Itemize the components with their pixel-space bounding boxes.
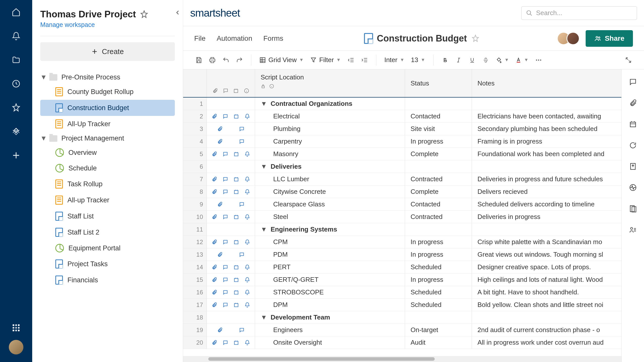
table-row[interactable]: 19EngineersOn-target2nd audit of current… [183, 324, 621, 336]
table-row[interactable]: 17DPMScheduledBold yellow. Clean shots a… [183, 299, 621, 311]
row-indicator-icon[interactable] [245, 277, 250, 283]
sidebar-item-financials[interactable]: Financials [40, 272, 175, 288]
cell-status[interactable]: Contacted [405, 198, 472, 210]
table-row[interactable]: 14PERTScheduledDesigner creative space. … [183, 261, 621, 274]
cell-status[interactable]: In progress [405, 274, 472, 286]
underline-icon[interactable] [467, 55, 478, 66]
collapse-caret-icon[interactable]: ▼ [261, 100, 267, 108]
cell-notes[interactable]: Great views out windows. Tough morning s… [472, 248, 621, 261]
table-row[interactable]: 13PDMIn progressGreat views out windows.… [183, 248, 621, 261]
expand-icon[interactable] [623, 55, 634, 66]
cell-status[interactable]: Complete [405, 148, 472, 160]
menu-file[interactable]: File [194, 34, 206, 42]
row-indicator-icon[interactable] [233, 302, 239, 308]
cell-primary[interactable]: Electrical [255, 110, 405, 122]
resource-management-icon[interactable] [628, 225, 638, 235]
sidebar-item-all-up-tracker[interactable]: All-Up Tracker [40, 116, 175, 132]
cell-notes[interactable]: Framing is in progress [472, 135, 621, 148]
row-indicator-icon[interactable] [233, 277, 239, 283]
row-indicator-icon[interactable] [212, 264, 217, 270]
cell-primary[interactable]: Steel [255, 211, 405, 223]
table-row[interactable]: 3PlumbingSite visitSecondary plumbing ha… [183, 123, 621, 135]
row-number[interactable]: 16 [183, 286, 207, 298]
star-icon[interactable] [471, 34, 479, 42]
indent-icon[interactable] [359, 55, 370, 66]
row-indicator-icon[interactable] [245, 151, 250, 157]
row-indicator-icon[interactable] [223, 176, 228, 182]
row-indicator-icon[interactable] [245, 176, 250, 182]
cell-primary[interactable]: DPM [255, 299, 405, 311]
more-icon[interactable] [533, 55, 544, 66]
row-number[interactable]: 2 [183, 110, 207, 122]
row-indicator-icon[interactable] [217, 252, 223, 257]
row-indicator-icon[interactable] [223, 264, 228, 270]
row-indicator-icon[interactable] [245, 214, 250, 220]
row-indicator-icon[interactable] [217, 126, 223, 132]
conversations-icon[interactable] [628, 77, 638, 87]
row-indicator-icon[interactable] [233, 189, 239, 195]
cell-status[interactable]: Scheduled [405, 261, 472, 273]
cell-primary[interactable]: CPM [255, 236, 405, 248]
row-indicator-icon[interactable] [245, 114, 250, 119]
view-switcher[interactable]: Grid View▼ [257, 56, 306, 64]
folder-pre-onsite[interactable]: ▼ Pre-Onsite Process [40, 71, 175, 84]
row-indicator-icon[interactable] [233, 340, 239, 345]
collapse-caret-icon[interactable]: ▼ [261, 163, 267, 170]
collapse-caret-icon[interactable]: ▼ [261, 313, 267, 321]
cell-notes[interactable]: Deliveries in progress and future schedu… [472, 173, 621, 185]
update-requests-icon[interactable] [628, 140, 638, 150]
row-number[interactable]: 7 [183, 173, 207, 185]
cell-notes[interactable]: High ceilings and lots of natural light.… [472, 274, 621, 286]
row-number[interactable]: 9 [183, 198, 207, 210]
summary-icon[interactable] [628, 204, 638, 214]
share-button[interactable]: Share [586, 30, 633, 47]
row-indicator-icon[interactable] [223, 302, 228, 308]
row-number[interactable]: 18 [183, 311, 207, 324]
star-icon[interactable] [140, 10, 148, 19]
fill-color-icon[interactable]: ▼ [494, 57, 511, 63]
cell-status[interactable] [405, 160, 472, 173]
cell-primary[interactable]: ▼Development Team [255, 311, 405, 324]
row-indicator-icon[interactable] [223, 151, 228, 157]
row-indicator-icon[interactable] [217, 202, 223, 207]
sidebar-item-task-rollup[interactable]: Task Rollup [40, 176, 175, 192]
cell-status[interactable]: On-target [405, 324, 472, 336]
solutions-icon[interactable] [12, 323, 21, 332]
sidebar-item-allup-tracker-2[interactable]: All-up Tracker [40, 192, 175, 208]
outdent-icon[interactable] [345, 55, 356, 66]
publish-icon[interactable] [628, 161, 638, 171]
row-indicator-icon[interactable] [233, 239, 239, 245]
redo-icon[interactable] [234, 55, 245, 66]
browse-icon[interactable] [11, 55, 21, 65]
notifications-icon[interactable] [11, 31, 21, 41]
row-indicator-icon[interactable] [233, 290, 239, 295]
row-indicator-icon[interactable] [239, 252, 245, 257]
row-number[interactable]: 4 [183, 135, 207, 148]
table-row[interactable]: 16STROBOSCOPEScheduledA bit tight. Have … [183, 286, 621, 299]
column-header-notes[interactable]: Notes [477, 79, 495, 87]
row-indicator-icon[interactable] [245, 189, 250, 195]
row-indicator-icon[interactable] [233, 176, 239, 182]
cell-notes[interactable]: Deliveries in progress [472, 211, 621, 223]
collaborator-avatars[interactable] [560, 32, 580, 45]
text-color-icon[interactable]: ▼ [513, 57, 531, 63]
row-number[interactable]: 5 [183, 148, 207, 160]
workapps-icon[interactable] [11, 126, 21, 137]
row-indicator-icon[interactable] [212, 277, 217, 283]
row-indicator-icon[interactable] [223, 277, 228, 283]
cell-status[interactable] [405, 223, 472, 236]
cell-status[interactable] [405, 98, 472, 110]
save-icon[interactable] [193, 55, 204, 66]
column-header-primary[interactable]: Script Location [261, 73, 399, 81]
cell-notes[interactable]: All in progress work under cost overrun … [472, 336, 621, 349]
row-indicator-icon[interactable] [239, 327, 245, 333]
recents-icon[interactable] [11, 79, 21, 89]
cell-notes[interactable]: Bold yellow. Clean shots and little stre… [472, 299, 621, 311]
cell-status[interactable]: Scheduled [405, 299, 472, 311]
cell-notes[interactable]: Delivers recieved [472, 186, 621, 198]
cell-primary[interactable]: LLC Lumber [255, 173, 405, 185]
font-selector[interactable]: Inter▼ [382, 56, 407, 64]
column-header-status[interactable]: Status [411, 79, 429, 87]
table-row[interactable]: 2ElectricalContactedElectricians have be… [183, 110, 621, 123]
row-number[interactable]: 17 [183, 299, 207, 311]
